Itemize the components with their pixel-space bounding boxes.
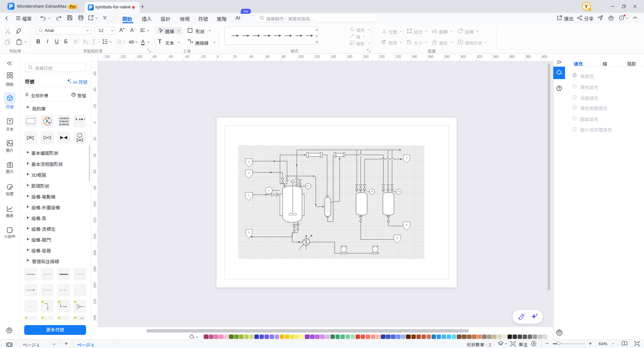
svg-text:2: 2 — [397, 236, 398, 239]
svg-text:1: 1 — [248, 160, 250, 163]
svg-text:PI: PI — [308, 185, 309, 187]
svg-text:2: 2 — [406, 156, 407, 159]
svg-text:1: 1 — [248, 231, 250, 234]
svg-text:?: ? — [620, 16, 622, 20]
svg-text:M: M — [292, 181, 293, 182]
svg-text:?: ? — [558, 86, 560, 90]
svg-text:1: 1 — [248, 171, 250, 174]
svg-text:TC: TC — [268, 190, 270, 192]
svg-text:1: 1 — [248, 194, 250, 197]
svg-text:PI: PI — [371, 190, 373, 193]
svg-text:PI: PI — [398, 190, 400, 193]
svg-text:2: 2 — [406, 223, 407, 227]
